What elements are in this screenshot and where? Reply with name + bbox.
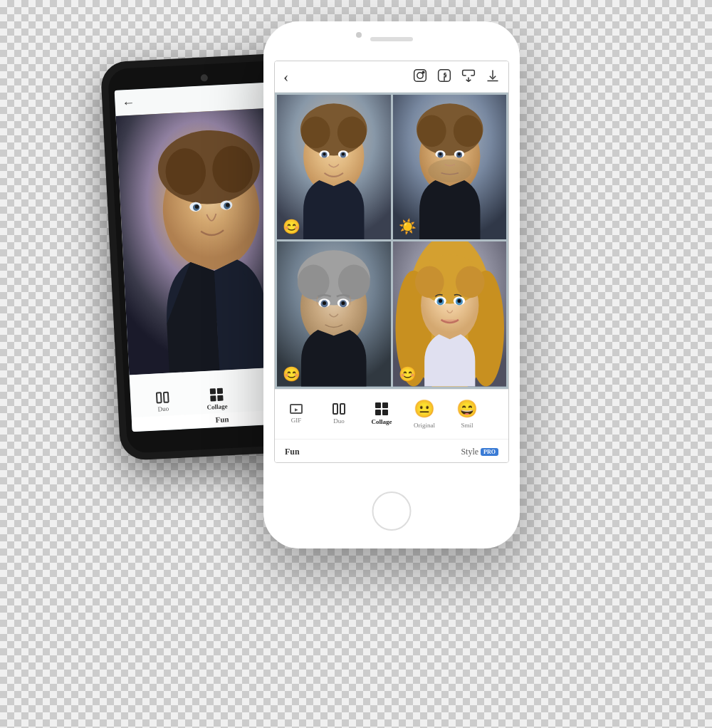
- toolbar-collage[interactable]: Collage: [360, 397, 403, 431]
- svg-point-22: [337, 117, 367, 149]
- svg-point-50: [323, 301, 326, 305]
- grid-cell-2: ☀️: [393, 95, 507, 239]
- black-phone-tab-duo[interactable]: Duo: [156, 391, 169, 412]
- cell-4-emoji: 😊: [399, 365, 417, 383]
- svg-point-34: [428, 160, 471, 183]
- svg-point-59: [455, 266, 484, 298]
- download-icon[interactable]: [486, 68, 500, 85]
- svg-point-15: [417, 72, 423, 78]
- facebook-icon[interactable]: [437, 68, 451, 85]
- gif-label: GIF: [291, 417, 302, 424]
- style-badge[interactable]: Style PRO: [461, 447, 498, 457]
- original-label: Original: [414, 422, 435, 429]
- svg-point-51: [341, 301, 345, 305]
- cell-1-emoji: 😊: [283, 218, 300, 235]
- svg-point-16: [422, 71, 424, 73]
- svg-point-40: [457, 152, 460, 155]
- svg-point-65: [457, 299, 461, 303]
- home-button[interactable]: [372, 492, 412, 531]
- black-phone-fun-label: Fun: [215, 415, 229, 424]
- smile-emoji: 😄: [456, 399, 478, 419]
- white-phone-speaker: [370, 37, 413, 41]
- white-phone: ‹: [263, 21, 520, 548]
- grid-cell-1: 😊: [277, 95, 391, 239]
- grid-cell-3: 😊: [277, 241, 391, 386]
- black-phone-back-icon[interactable]: ←: [122, 95, 135, 110]
- screen-bottom-bar: Fun Style PRO: [275, 439, 508, 463]
- black-phone-duo-label: Duo: [157, 405, 169, 412]
- black-phone-tab-collage[interactable]: Collage: [206, 388, 228, 410]
- svg-point-27: [323, 152, 325, 155]
- screen-header: ‹: [275, 61, 508, 93]
- share-icon[interactable]: [461, 68, 476, 85]
- svg-point-58: [414, 266, 444, 298]
- header-action-icons: [413, 68, 500, 85]
- collage-label: Collage: [372, 418, 392, 425]
- duo-label: Duo: [333, 417, 345, 425]
- cell-2-emoji: ☀️: [399, 218, 417, 235]
- smile-label: Smil: [461, 422, 473, 429]
- gif-icon: [290, 404, 303, 414]
- instagram-icon[interactable]: [413, 68, 427, 85]
- toolbar-duo[interactable]: Duo: [318, 397, 360, 430]
- pro-badge: PRO: [481, 448, 498, 456]
- svg-point-32: [417, 115, 446, 147]
- grid-cell-4: 😊: [393, 241, 507, 386]
- svg-point-64: [438, 299, 441, 303]
- white-phone-screen: ‹: [274, 61, 509, 463]
- original-emoji: 😐: [414, 399, 435, 419]
- svg-point-33: [453, 115, 482, 147]
- collage-icon: [375, 402, 388, 415]
- black-phone-camera: [201, 74, 209, 82]
- svg-point-28: [342, 152, 345, 155]
- duo-icon: [333, 403, 345, 415]
- screen-toolbar: GIF Duo Collage 😐 Original: [275, 389, 508, 439]
- toolbar-original[interactable]: 😐 Original: [403, 393, 446, 435]
- toolbar-gif[interactable]: GIF: [275, 398, 318, 430]
- back-button[interactable]: ‹: [283, 68, 288, 86]
- collage-grid: 😊: [275, 93, 508, 389]
- black-phone-collage-label: Collage: [206, 402, 227, 411]
- svg-point-39: [439, 152, 441, 155]
- svg-point-21: [301, 117, 330, 149]
- toolbar-smile[interactable]: 😄 Smil: [446, 393, 488, 435]
- fun-label[interactable]: Fun: [285, 447, 300, 457]
- cell-3-emoji: 😊: [283, 365, 300, 383]
- white-phone-camera: [356, 32, 362, 38]
- style-label: Style: [461, 447, 478, 457]
